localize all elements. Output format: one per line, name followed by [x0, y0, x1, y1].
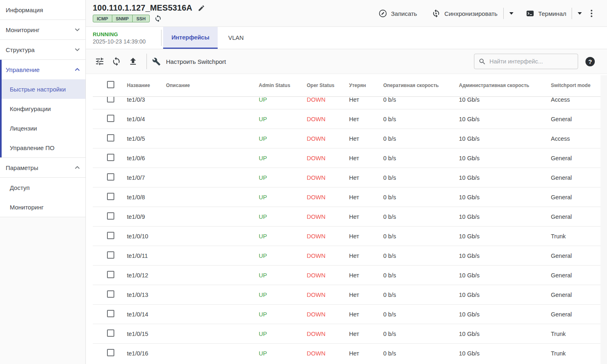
table-row[interactable]: te1/0/5 UP DOWN Нет 0 b/s 10 Gb/s Access	[93, 129, 600, 148]
divider	[503, 8, 504, 19]
cell-admin-speed: 10 Gb/s	[459, 174, 551, 181]
search-input[interactable]	[489, 58, 574, 65]
write-button[interactable]: Записать	[378, 9, 417, 18]
cell-lost: Нет	[349, 194, 383, 201]
sidebar-item-licenses[interactable]: Лицензии	[2, 118, 85, 138]
write-label: Записать	[391, 10, 417, 17]
cell-oper-status: DOWN	[307, 292, 349, 298]
cell-admin-status: UP	[259, 233, 307, 240]
table-row[interactable]: te1/0/15 UP DOWN Нет 0 b/s 10 Gb/s Trunk	[93, 324, 600, 344]
cell-lost: Нет	[349, 253, 383, 259]
tab-vlan[interactable]: VLAN	[218, 27, 254, 49]
table-row[interactable]: te1/0/6 UP DOWN Нет 0 b/s 10 Gb/s Genera…	[93, 148, 600, 168]
row-checkbox[interactable]	[107, 154, 114, 161]
upload-button[interactable]	[128, 57, 138, 66]
row-checkbox[interactable]	[107, 173, 114, 181]
table-row[interactable]: te1/0/12 UP DOWN Нет 0 b/s 10 Gb/s Gener…	[93, 266, 600, 285]
cell-oper-speed: 0 b/s	[383, 331, 459, 337]
cell-switchport-mode: Trunk	[551, 350, 600, 357]
row-checkbox[interactable]	[107, 97, 114, 102]
select-all-checkbox[interactable]	[107, 81, 114, 88]
cell-lost: Нет	[349, 155, 383, 161]
sidebar-item-monitoring[interactable]: Мониторинг	[0, 20, 85, 39]
table-row[interactable]: te1/0/9 UP DOWN Нет 0 b/s 10 Gb/s Genera…	[93, 207, 600, 227]
table-row[interactable]: te1/0/10 UP DOWN Нет 0 b/s 10 Gb/s Trunk	[93, 227, 600, 246]
sync-dropdown-caret[interactable]	[508, 11, 515, 16]
refresh-icon	[111, 57, 121, 66]
row-checkbox[interactable]	[107, 290, 114, 298]
table-row[interactable]: te1/0/14 UP DOWN Нет 0 b/s 10 Gb/s Gener…	[93, 305, 600, 324]
cell-oper-speed: 0 b/s	[383, 135, 459, 142]
row-checkbox[interactable]	[107, 212, 114, 220]
terminal-button[interactable]: Терминал	[526, 9, 566, 18]
edit-title-icon[interactable]	[198, 4, 205, 12]
tab-bar: RUNNING 2025-10-23 14:39:00 Интерфейсы V…	[86, 27, 607, 49]
filter-columns-button[interactable]	[95, 57, 105, 66]
tab-label: VLAN	[228, 35, 244, 41]
row-checkbox[interactable]	[107, 271, 114, 278]
cell-lost: Нет	[349, 174, 383, 181]
scrollbar-gutter[interactable]	[600, 75, 607, 364]
cell-oper-status: DOWN	[307, 155, 349, 161]
table-row[interactable]: te1/0/13 UP DOWN Нет 0 b/s 10 Gb/s Gener…	[93, 285, 600, 305]
row-checkbox[interactable]	[107, 134, 114, 142]
sync-icon	[432, 9, 441, 18]
sidebar-item-label: Управление ПО	[10, 144, 55, 151]
sidebar-item-label: Быстрые настройки	[10, 86, 66, 93]
cell-oper-status: DOWN	[307, 214, 349, 220]
table-row[interactable]: te1/0/16 UP DOWN Нет 0 b/s 10 Gb/s Trunk	[93, 344, 600, 362]
cell-admin-speed: 10 Gb/s	[459, 350, 551, 357]
cell-lost: Нет	[349, 233, 383, 240]
sidebar-item-quick-settings[interactable]: Быстрые настройки	[2, 79, 85, 99]
tab-interfaces[interactable]: Интерфейсы	[163, 27, 218, 49]
sidebar-item-label: Доступ	[10, 184, 30, 191]
row-checkbox[interactable]	[107, 232, 114, 239]
sidebar-item-monitoring-2[interactable]: Мониторинг	[0, 197, 85, 217]
sync-button[interactable]: Синхронизировать	[432, 9, 498, 18]
row-checkbox[interactable]	[107, 115, 114, 122]
refresh-status-icon[interactable]	[154, 15, 162, 22]
cell-admin-status: UP	[259, 194, 307, 201]
refresh-table-button[interactable]	[111, 57, 121, 66]
cell-switchport-mode: General	[551, 194, 600, 201]
cell-switchport-mode: General	[551, 174, 600, 181]
sidebar-item-information[interactable]: Информация	[0, 0, 85, 20]
chevron-down-icon	[75, 48, 80, 51]
row-checkbox[interactable]	[107, 310, 114, 317]
cell-oper-status: DOWN	[307, 135, 349, 142]
sidebar-item-structure[interactable]: Структура	[0, 40, 85, 59]
device-status: RUNNING 2025-10-23 14:39:00	[93, 31, 158, 45]
divider	[572, 8, 572, 19]
cell-switchport-mode: General	[551, 155, 600, 161]
terminal-dropdown-caret[interactable]	[576, 11, 583, 16]
cell-admin-speed: 10 Gb/s	[459, 331, 551, 337]
row-checkbox[interactable]	[107, 329, 114, 337]
more-menu-button[interactable]	[591, 10, 592, 17]
interfaces-table: Название Описание Admin Status Oper Stat…	[93, 74, 600, 362]
cell-admin-status: UP	[259, 272, 307, 279]
table-row[interactable]: te1/0/4 UP DOWN Нет 0 b/s 10 Gb/s Genera…	[93, 109, 600, 129]
sidebar-item-parameters[interactable]: Параметры	[0, 158, 85, 177]
sidebar-item-access[interactable]: Доступ	[0, 178, 85, 197]
sidebar-item-management[interactable]: Управление	[2, 60, 85, 79]
sidebar-item-software[interactable]: Управление ПО	[2, 138, 85, 157]
cell-admin-status: UP	[259, 155, 307, 161]
cell-switchport-mode: General	[551, 311, 600, 318]
help-button[interactable]: ?	[585, 57, 595, 66]
sidebar-group-management: Управление Быстрые настройки Конфигураци…	[0, 60, 85, 157]
cell-admin-status: UP	[259, 331, 307, 337]
row-checkbox[interactable]	[107, 193, 114, 200]
sidebar-item-label: Лицензии	[10, 125, 37, 132]
table-row[interactable]: te1/0/11 UP DOWN Нет 0 b/s 10 Gb/s Gener…	[93, 246, 600, 266]
device-actions: Записать Синхронизировать Терминал	[378, 0, 592, 27]
sidebar-item-configurations[interactable]: Конфигурации	[2, 99, 85, 118]
row-checkbox[interactable]	[107, 251, 114, 259]
table-row[interactable]: te1/0/8 UP DOWN Нет 0 b/s 10 Gb/s Genera…	[93, 187, 600, 207]
cell-oper-status: DOWN	[307, 194, 349, 201]
badge-icmp: ICMP	[93, 15, 112, 22]
cell-oper-status: DOWN	[307, 116, 349, 122]
configure-switchport-button[interactable]: Настроить Switchport	[152, 57, 226, 66]
table-row[interactable]: te1/0/3 UP DOWN Нет 0 b/s 10 Gb/s Access	[93, 97, 600, 109]
table-row[interactable]: te1/0/7 UP DOWN Нет 0 b/s 10 Gb/s Genera…	[93, 168, 600, 187]
row-checkbox[interactable]	[107, 349, 114, 356]
